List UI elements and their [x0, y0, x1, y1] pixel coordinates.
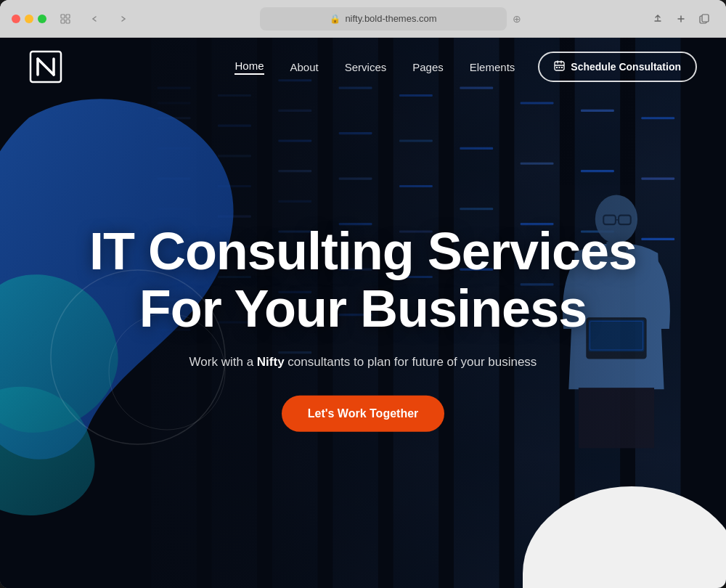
hero-content: IT Consulting Services For Your Business… [0, 223, 726, 432]
hero-brand: Nifty [257, 355, 285, 369]
logo-icon [29, 50, 62, 83]
hero-title-line1: IT Consulting Services [89, 222, 637, 280]
share-icon[interactable]: ⊕ [513, 13, 521, 25]
nav-link-about[interactable]: About [290, 61, 319, 73]
svg-rect-5 [702, 15, 709, 22]
browser-window: 🔒 nifty.bold-themes.com ⊕ [0, 0, 726, 588]
browser-action-buttons [648, 9, 714, 29]
forward-button[interactable] [113, 9, 134, 29]
nav-link-elements[interactable]: Elements [470, 61, 515, 73]
navbar: Home About Services Pages Elements [0, 38, 726, 96]
address-bar-area: 🔒 nifty.bold-themes.com ⊕ [142, 7, 639, 30]
url-text: nifty.bold-themes.com [345, 13, 436, 24]
hero-subtitle: Work with a Nifty consultants to plan fo… [29, 355, 697, 369]
svg-rect-0 [61, 15, 65, 18]
address-bar[interactable]: 🔒 nifty.bold-themes.com [260, 7, 507, 30]
browser-content: Home About Services Pages Elements [0, 38, 726, 588]
nav-link-home[interactable]: Home [234, 60, 264, 75]
duplicate-button[interactable] [694, 9, 714, 29]
schedule-consultation-button[interactable]: Schedule Consultation [538, 52, 697, 82]
svg-rect-1 [66, 15, 70, 18]
maximize-button[interactable] [38, 15, 46, 23]
svg-rect-84 [555, 62, 564, 70]
svg-rect-89 [559, 67, 560, 68]
nav-link-services[interactable]: Services [345, 61, 387, 73]
calendar-icon [554, 60, 565, 73]
close-button[interactable] [12, 15, 20, 23]
hero-subtitle-prefix: Work with a [189, 355, 257, 369]
back-button[interactable] [84, 9, 105, 29]
nav-link-pages[interactable]: Pages [412, 61, 444, 73]
window-grid-icon [55, 9, 76, 29]
hero-cta-button[interactable]: Let's Work Together [282, 396, 445, 432]
new-tab-button[interactable] [671, 9, 691, 29]
svg-rect-3 [66, 20, 70, 23]
hero-title: IT Consulting Services For Your Business [29, 223, 697, 338]
minimize-button[interactable] [25, 15, 33, 23]
site-wrapper: Home About Services Pages Elements [0, 38, 726, 588]
nav-links: Home About Services Pages Elements [234, 60, 515, 75]
svg-rect-88 [556, 67, 558, 68]
hero-title-line2: For Your Business [139, 279, 587, 338]
hero-subtitle-suffix: consultants to plan for future of your b… [285, 355, 537, 369]
svg-rect-2 [61, 20, 65, 23]
logo[interactable] [29, 50, 62, 83]
cta-label: Schedule Consultation [571, 61, 681, 73]
browser-titlebar: 🔒 nifty.bold-themes.com ⊕ [0, 0, 726, 38]
svg-rect-90 [561, 67, 563, 68]
security-icon: 🔒 [330, 14, 340, 24]
svg-line-83 [38, 59, 54, 75]
share-button[interactable] [648, 9, 668, 29]
traffic-lights [12, 15, 46, 23]
